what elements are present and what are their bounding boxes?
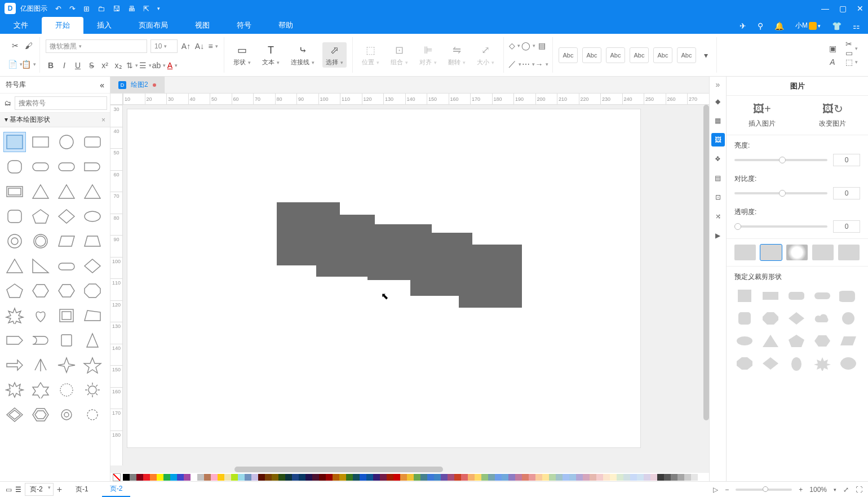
color-swatch[interactable] xyxy=(360,474,366,481)
color-swatch[interactable] xyxy=(218,474,224,481)
color-swatch[interactable] xyxy=(130,474,136,481)
undo-icon[interactable]: ↶ xyxy=(55,5,61,13)
contrast-value[interactable]: 0 xyxy=(833,187,860,199)
collapse-right-icon[interactable]: » xyxy=(716,80,720,89)
shape-tri4[interactable] xyxy=(81,330,104,350)
side-layers-icon[interactable]: ❖ xyxy=(711,152,725,166)
font-color-icon[interactable]: A xyxy=(167,60,178,70)
crop-diamond[interactable] xyxy=(786,310,807,327)
color-swatch[interactable] xyxy=(508,474,515,481)
crop-oct[interactable] xyxy=(760,310,781,327)
color-swatch[interactable] xyxy=(251,474,258,481)
crop-roundrect[interactable] xyxy=(786,287,807,304)
color-swatch[interactable] xyxy=(157,474,163,481)
color-swatch[interactable] xyxy=(434,474,441,481)
shape-tool[interactable]: ▭形状 xyxy=(230,42,254,68)
change-image-button[interactable]: 🖼↻改变图片 xyxy=(798,96,869,135)
shape-gear[interactable] xyxy=(55,405,78,425)
collapse-left-icon[interactable]: « xyxy=(100,81,104,90)
document-tab[interactable]: D 绘图2 xyxy=(110,77,165,94)
shape-burst2[interactable] xyxy=(55,380,78,400)
crop-icon[interactable]: ✂▭ xyxy=(847,43,857,54)
color-swatch[interactable] xyxy=(495,474,502,481)
color-swatch[interactable] xyxy=(319,474,326,481)
paste-icon[interactable]: 📋 xyxy=(24,59,34,69)
open-icon[interactable]: 🗀 xyxy=(98,5,105,13)
zoom-value[interactable]: 100% xyxy=(809,486,827,494)
crop-cloud[interactable] xyxy=(812,310,832,327)
crop-square[interactable] xyxy=(734,287,755,304)
style-6[interactable]: Abc xyxy=(677,47,696,63)
page-select[interactable]: 页-2 xyxy=(25,483,54,496)
shape-donut2[interactable] xyxy=(29,231,52,251)
color-swatch[interactable] xyxy=(549,474,556,481)
effect-1[interactable] xyxy=(734,245,756,260)
shape-tri-up[interactable] xyxy=(3,256,26,276)
color-swatch[interactable] xyxy=(650,474,657,481)
crop-roundsq[interactable] xyxy=(734,310,755,327)
color-swatch[interactable] xyxy=(245,474,251,481)
style-3[interactable]: Abc xyxy=(606,47,625,63)
shape-triangle2[interactable] xyxy=(55,181,78,202)
color-swatch[interactable] xyxy=(475,474,481,481)
color-swatch[interactable] xyxy=(407,474,414,481)
symbol-search-input[interactable] xyxy=(15,96,107,110)
shape-tag[interactable] xyxy=(3,330,26,350)
shape-pent2[interactable] xyxy=(3,281,26,301)
crop-hex[interactable] xyxy=(812,332,832,349)
styles-more-icon[interactable]: ▾ xyxy=(701,50,711,60)
menu-view[interactable]: 视图 xyxy=(181,17,223,34)
shape-roundsq[interactable] xyxy=(3,157,26,177)
symbol-category-header[interactable]: ▾ 基本绘图形状 × xyxy=(0,113,110,127)
color-swatch[interactable] xyxy=(623,474,630,481)
shape-rect[interactable] xyxy=(29,132,52,152)
shape-star8[interactable] xyxy=(3,305,26,326)
zoom-minus[interactable]: − xyxy=(725,486,729,494)
subscript-icon[interactable]: x₂ xyxy=(113,60,123,70)
color-swatch[interactable] xyxy=(441,474,448,481)
shadow-icon[interactable]: ◯ xyxy=(523,41,533,51)
color-swatch[interactable] xyxy=(366,474,373,481)
color-swatch[interactable] xyxy=(691,474,698,481)
color-swatch[interactable] xyxy=(603,474,610,481)
shape-frame[interactable] xyxy=(3,181,26,202)
connector-tool[interactable]: ⤷连接线 xyxy=(287,42,318,68)
color-swatch[interactable] xyxy=(535,474,542,481)
shape-tag2[interactable] xyxy=(29,330,52,350)
color-swatch[interactable] xyxy=(563,474,569,481)
style-1[interactable]: Abc xyxy=(559,47,578,63)
replace-icon[interactable]: ⬚ xyxy=(847,57,857,67)
color-swatch[interactable] xyxy=(502,474,508,481)
shape-doc[interactable] xyxy=(55,330,78,350)
crop-pill[interactable] xyxy=(812,287,832,304)
shape-sqframe[interactable] xyxy=(55,305,78,326)
shape-gear2[interactable] xyxy=(81,405,104,425)
color-swatch[interactable] xyxy=(529,474,535,481)
color-swatch[interactable] xyxy=(657,474,664,481)
color-swatch[interactable] xyxy=(373,474,380,481)
vscroll-thumb[interactable] xyxy=(703,105,709,420)
shape-diamond2[interactable] xyxy=(81,256,104,276)
effect-5[interactable] xyxy=(838,245,860,260)
color-swatch[interactable] xyxy=(326,474,333,481)
color-swatch[interactable] xyxy=(285,474,292,481)
shape-halfround[interactable] xyxy=(81,157,104,177)
color-swatch[interactable] xyxy=(576,474,583,481)
line-icon[interactable]: ／ xyxy=(510,59,520,69)
library-icon[interactable]: 🗂 xyxy=(5,99,11,107)
cut-icon[interactable]: ✂ xyxy=(10,41,20,51)
shape-arrow[interactable] xyxy=(3,355,26,375)
hscroll-thumb[interactable] xyxy=(234,467,443,472)
side-shuffle-icon[interactable]: ⤨ xyxy=(711,210,725,223)
color-swatch[interactable] xyxy=(380,474,387,481)
menu-symbol[interactable]: 符号 xyxy=(223,17,265,34)
play-icon[interactable]: ▷ xyxy=(713,486,718,494)
color-swatch[interactable] xyxy=(136,474,143,481)
shape-ellipse[interactable] xyxy=(81,206,104,227)
print-icon[interactable]: 🖶 xyxy=(128,5,135,13)
style-2[interactable]: Abc xyxy=(582,47,601,63)
qat-more-icon[interactable]: ▾ xyxy=(157,6,160,11)
brightness-value[interactable]: 0 xyxy=(833,154,860,166)
crop-burst[interactable] xyxy=(812,355,832,372)
color-swatch[interactable] xyxy=(671,474,677,481)
